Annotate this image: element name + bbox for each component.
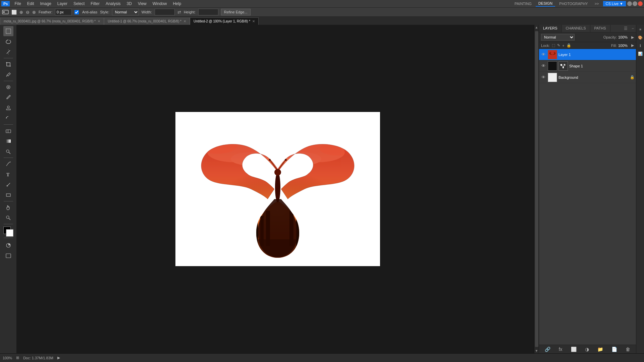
layer1-visibility-icon[interactable]: 👁: [540, 52, 546, 57]
zoom-fit-icon[interactable]: ⊞: [16, 356, 19, 360]
style-select[interactable]: Normal Fixed Ratio Fixed Size: [112, 9, 139, 15]
workspace-photography[interactable]: PHOTOGRAPHY: [556, 1, 590, 6]
layer1-name: Layer 1: [558, 53, 635, 57]
eyedropper-tool[interactable]: [3, 70, 13, 80]
path-selection-tool[interactable]: [3, 180, 13, 190]
quick-mask-button[interactable]: [3, 240, 13, 250]
screen-mode-button[interactable]: [3, 251, 13, 261]
vertical-scrollbar[interactable]: ▲ ▼: [534, 25, 539, 353]
svg-point-86: [285, 159, 287, 161]
eraser-tool[interactable]: [3, 126, 13, 136]
brush-tool[interactable]: [3, 93, 13, 103]
workspace-design[interactable]: DESIGN: [536, 1, 555, 7]
refine-edge-button[interactable]: Refine Edge...: [221, 9, 251, 15]
magic-wand-tool[interactable]: [3, 47, 13, 57]
add-style-icon[interactable]: fx: [557, 346, 564, 353]
panel-minimize-icon[interactable]: −: [630, 25, 636, 32]
workspace-painting[interactable]: PAINTING: [512, 1, 534, 6]
histogram-icon[interactable]: 📊: [637, 50, 644, 57]
gradient-tool[interactable]: [3, 136, 13, 146]
tab-0-close[interactable]: ✕: [98, 19, 100, 23]
layer-item-layer1[interactable]: 👁 Layer 1: [539, 49, 636, 60]
rectangular-marquee-tool[interactable]: [3, 26, 13, 36]
delete-layer-icon[interactable]: 🗑: [624, 346, 632, 353]
expand-workspaces-icon[interactable]: >>: [592, 1, 602, 6]
info-panel-icon[interactable]: ℹ: [637, 42, 644, 49]
link-layers-icon[interactable]: 🔗: [543, 346, 552, 353]
crop-tool[interactable]: [3, 59, 13, 69]
width-input[interactable]: [155, 9, 175, 15]
lock-transparent-icon[interactable]: 🔒: [567, 43, 571, 48]
add-mask-icon[interactable]: ⬜: [570, 346, 578, 353]
menu-filter[interactable]: Filter: [88, 1, 102, 7]
svg-point-82: [274, 169, 281, 176]
clone-stamp-tool[interactable]: [3, 103, 13, 113]
dodge-tool[interactable]: [3, 146, 13, 157]
opacity-increment-icon[interactable]: ▶: [631, 35, 634, 40]
menu-analysis[interactable]: Analysis: [103, 1, 123, 7]
add-adjustment-icon[interactable]: ◑: [584, 346, 590, 353]
swap-icon[interactable]: ⇄: [177, 10, 181, 15]
healing-brush-tool[interactable]: [3, 82, 13, 92]
cs-live-button[interactable]: CS Live ▼: [603, 1, 626, 6]
background-thumbnail: [548, 73, 557, 82]
channels-tab[interactable]: CHANNELS: [562, 25, 590, 32]
blend-mode-select[interactable]: Normal Multiply Screen Overlay: [541, 34, 575, 41]
layer-item-background[interactable]: 👁 Background 🔒: [539, 72, 636, 83]
shape-tool[interactable]: [3, 190, 13, 200]
anti-alias-checkbox[interactable]: [74, 10, 79, 14]
menu-bar: Ps File Edit Image Layer Select Filter A…: [0, 0, 644, 7]
status-bar: 100% ⊞ Doc: 1.37M/1.83M ▶: [0, 353, 644, 362]
add-group-icon[interactable]: 📁: [596, 346, 604, 353]
height-input[interactable]: [198, 9, 218, 15]
tab-2-close[interactable]: ✕: [252, 19, 255, 23]
feather-label: Feather:: [39, 10, 52, 14]
tab-1-close[interactable]: ✕: [183, 19, 186, 23]
lasso-tool[interactable]: [3, 37, 13, 47]
menu-layer[interactable]: Layer: [55, 1, 70, 7]
layers-tab[interactable]: LAYERS: [539, 25, 562, 32]
menu-file[interactable]: File: [12, 1, 23, 7]
tab-1[interactable]: Untitled-1 @ 66.7% (mota_ru_0030401, RGB…: [104, 17, 190, 25]
menu-window[interactable]: Window: [150, 1, 170, 7]
menu-help[interactable]: Help: [170, 1, 184, 7]
background-visibility-icon[interactable]: 👁: [540, 75, 546, 80]
background-color[interactable]: [6, 229, 13, 237]
layer-item-shape1[interactable]: 👁 Shape 1: [539, 60, 636, 72]
shape1-visibility-icon[interactable]: 👁: [540, 63, 546, 68]
add-layer-icon[interactable]: 📄: [610, 346, 619, 353]
hand-tool[interactable]: [3, 202, 13, 213]
history-brush-tool[interactable]: [3, 113, 13, 123]
panel-menu-icon[interactable]: ☰: [622, 25, 630, 32]
adjustments-icon[interactable]: ☀: [637, 26, 644, 33]
minimize-button[interactable]: —: [627, 1, 632, 6]
menu-select[interactable]: Select: [71, 1, 87, 7]
canvas-area: ▲ ▼: [17, 25, 539, 353]
menu-edit[interactable]: Edit: [24, 1, 37, 7]
tab-0[interactable]: mota_ru_0030401.jpg @ 66.7% (mota_ru_003…: [0, 17, 104, 25]
lock-pixels-icon[interactable]: ⬚: [552, 43, 555, 48]
svg-rect-21: [6, 194, 10, 196]
new-selection-icon[interactable]: ⬜: [11, 10, 17, 15]
lock-position-icon[interactable]: ✎: [557, 43, 560, 48]
document-canvas[interactable]: [175, 112, 380, 266]
close-button[interactable]: ✕: [638, 1, 643, 6]
paths-tab[interactable]: PATHS: [590, 25, 610, 32]
lock-all-icon[interactable]: +: [562, 44, 564, 48]
background-lock-icon: 🔒: [630, 75, 635, 79]
type-tool[interactable]: T: [3, 169, 13, 179]
color-swatches-panel-icon[interactable]: 🎨: [637, 34, 644, 41]
doc-info-arrow[interactable]: ▶: [57, 356, 60, 360]
feather-input[interactable]: [55, 9, 72, 15]
maximize-button[interactable]: □: [633, 1, 637, 6]
pen-tool[interactable]: [3, 159, 13, 169]
menu-view[interactable]: View: [135, 1, 149, 7]
intersect-selection-icon[interactable]: ⊗: [32, 10, 36, 15]
zoom-tool[interactable]: [3, 213, 13, 223]
menu-3d[interactable]: 3D: [124, 1, 135, 7]
fill-increment-icon[interactable]: ▶: [631, 43, 634, 48]
tab-2[interactable]: Untitled-2 @ 100% (Layer 1, RGB/8) * ✕: [190, 17, 259, 25]
menu-image[interactable]: Image: [38, 1, 54, 7]
subtract-selection-icon[interactable]: ⊖: [26, 10, 30, 15]
add-selection-icon[interactable]: ⊕: [19, 10, 23, 15]
